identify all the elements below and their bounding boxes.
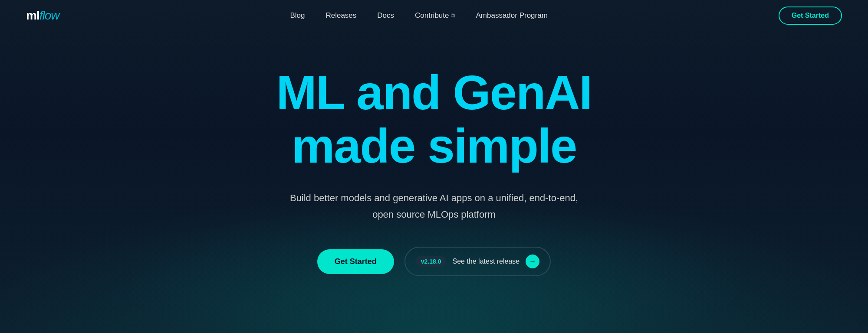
logo-ml: ml bbox=[26, 9, 39, 22]
nav-link-contribute[interactable]: Contribute ⧉ bbox=[415, 11, 455, 20]
logo[interactable]: mlflow bbox=[26, 10, 59, 22]
latest-release-button[interactable]: v2.18.0 See the latest release → bbox=[404, 247, 551, 276]
hero-title-line1: ML and GenAI bbox=[276, 65, 592, 120]
version-badge: v2.18.0 bbox=[416, 256, 447, 267]
nav-get-started-button[interactable]: Get Started bbox=[779, 7, 842, 25]
external-link-icon: ⧉ bbox=[451, 12, 455, 19]
hero-subtitle: Build better models and generative AI ap… bbox=[290, 190, 578, 222]
logo-flow: flow bbox=[39, 9, 59, 22]
nav-item-docs[interactable]: Docs bbox=[377, 11, 394, 20]
hero-subtitle-line1: Build better models and generative AI ap… bbox=[290, 193, 578, 203]
nav-item-releases[interactable]: Releases bbox=[326, 11, 356, 20]
hero-title: ML and GenAI made simple bbox=[276, 66, 592, 173]
hero-title-line2: made simple bbox=[292, 119, 577, 173]
hero-section: ML and GenAI made simple Build better mo… bbox=[0, 31, 868, 276]
nav-link-blog[interactable]: Blog bbox=[290, 11, 305, 20]
nav-link-releases[interactable]: Releases bbox=[326, 11, 356, 20]
nav-link-ambassador[interactable]: Ambassador Program bbox=[476, 11, 547, 20]
hero-get-started-button[interactable]: Get Started bbox=[317, 249, 394, 274]
hero-buttons: Get Started v2.18.0 See the latest relea… bbox=[317, 247, 551, 276]
release-arrow-icon: → bbox=[526, 255, 539, 268]
release-text: See the latest release bbox=[452, 258, 519, 265]
nav-link-docs[interactable]: Docs bbox=[377, 11, 394, 20]
nav-item-contribute[interactable]: Contribute ⧉ bbox=[415, 11, 455, 20]
navbar: mlflow Blog Releases Docs Contribute ⧉ bbox=[0, 0, 868, 31]
nav-item-blog[interactable]: Blog bbox=[290, 11, 305, 20]
hero-subtitle-line2: open source MLOps platform bbox=[372, 209, 496, 220]
nav-links: Blog Releases Docs Contribute ⧉ Ambassad… bbox=[290, 11, 547, 20]
nav-item-ambassador[interactable]: Ambassador Program bbox=[476, 11, 547, 20]
